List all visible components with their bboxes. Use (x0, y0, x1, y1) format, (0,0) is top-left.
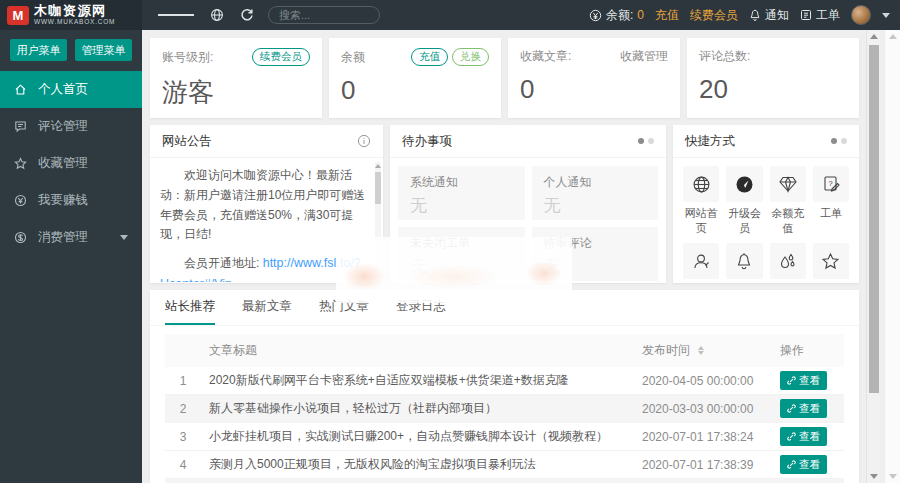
user-avatar[interactable] (851, 5, 871, 25)
view-button[interactable]: 查看 (780, 455, 827, 474)
sidebar-tab-user-menu[interactable]: 用户菜单 (10, 39, 67, 61)
notice-link[interactable]: 通知 (749, 7, 789, 24)
sidebar-item-label: 个人首页 (38, 81, 88, 98)
article-title[interactable]: 2020新版代刷网平台卡密系统+自适应双端模板+供货渠道+数据克隆 (201, 367, 634, 395)
view-button[interactable]: 查看 (780, 371, 827, 390)
user-icon (692, 252, 711, 271)
shortcut-label: 网站首页 (683, 206, 719, 236)
sidebar-item-favorites[interactable]: 收藏管理 (0, 145, 142, 182)
renew-vip-link[interactable]: 续费会员 (690, 7, 738, 24)
announcement-title: 网站公告 (162, 133, 212, 150)
refresh-icon[interactable] (240, 8, 254, 22)
content-scrollbar[interactable] (866, 30, 880, 483)
article-title[interactable]: 亲测月入5000正规项目，无版权风险的淘宝虚拟项目暴利玩法 (201, 451, 634, 479)
sidebar-item-spending[interactable]: 消费管理 (0, 219, 142, 256)
sidebar-item-label: 收藏管理 (38, 155, 88, 172)
article-title[interactable]: 新人零基础操作小说项目，轻松过万（社群内部项目） (201, 395, 634, 423)
renew-vip-badge[interactable]: 续费会员 (252, 48, 310, 66)
carousel-dot-active[interactable] (831, 138, 837, 144)
tab-recommended[interactable]: 站长推荐 (165, 290, 215, 325)
todo-label: 个人通知 (544, 174, 647, 191)
shortcut-recharge[interactable]: 余额充值 (770, 166, 806, 243)
table-row: 4 亲测月入5000正规项目，无版权风险的淘宝虚拟项目暴利玩法 2020-07-… (165, 451, 844, 479)
todo-item-personal-notice[interactable]: 个人通知 无 (532, 166, 659, 220)
todo-item-system-notice[interactable]: 系统通知 无 (398, 166, 525, 220)
globe-icon[interactable] (210, 8, 224, 22)
link-icon (787, 404, 796, 413)
search-input[interactable] (268, 6, 380, 24)
brand-domain: WWW.MUKABOX.COM (34, 19, 115, 26)
brand-logo[interactable]: M 木咖资源网 WWW.MUKABOX.COM (0, 0, 142, 30)
sidebar-item-label: 消费管理 (38, 229, 88, 246)
drops-icon (778, 252, 797, 271)
todo-label: 系统通知 (410, 174, 513, 191)
articles-panel: 站长推荐 最新文章 热门文章 登录日志 文章标题 发布时间 操作 1 (150, 290, 859, 483)
shortcut-upgrade-vip[interactable]: 升级会员 (726, 166, 762, 243)
sidebar: 用户菜单 管理菜单 个人首页 评论管理 收藏管理 我要赚钱 消费管理 (0, 30, 142, 483)
link-icon (787, 376, 796, 385)
sidebar-item-home[interactable]: 个人首页 (0, 71, 142, 108)
exchange-badge[interactable]: 兑换 (452, 48, 489, 66)
header-index (165, 334, 201, 367)
scrollbar-thumb[interactable] (869, 45, 879, 393)
recharge-link[interactable]: 充值 (655, 7, 679, 24)
shortcut-edit-profile[interactable]: 修改资料 (683, 243, 719, 283)
info-icon[interactable] (357, 134, 371, 148)
home-icon (14, 83, 27, 96)
comment-icon (14, 120, 27, 133)
menu-toggle-icon[interactable] (158, 13, 194, 18)
table-row: 1 2020新版代刷网平台卡密系统+自适应双端模板+供货渠道+数据克隆 2020… (165, 367, 844, 395)
balance-value[interactable]: 0 (637, 8, 644, 22)
header-time[interactable]: 发布时间 (634, 334, 772, 367)
announcement-link-label: 会员开通地址: (184, 256, 259, 270)
view-button[interactable]: 查看 (780, 399, 827, 418)
star-icon (821, 252, 840, 271)
sort-icon[interactable] (698, 346, 704, 355)
article-title[interactable]: 剑眉大侠:猫客闲鱼实战班第1期.操作简单0成本单号日赚400+ (201, 479, 634, 483)
brand-logo-icon: M (7, 6, 29, 25)
ticket-question-icon: ? (822, 175, 840, 194)
scroll-up-arrow-icon[interactable] (889, 34, 897, 39)
stat-value: 0 (341, 75, 489, 106)
ticket-label: 工单 (816, 7, 840, 24)
user-menu-caret-icon[interactable] (882, 13, 890, 18)
table-row: 2 新人零基础操作小说项目，轻松过万（社群内部项目） 2020-03-03 00… (165, 395, 844, 423)
scroll-up-arrow-icon[interactable] (375, 164, 381, 168)
header-action: 操作 (772, 334, 844, 367)
shortcut-billing[interactable]: 流水账单 (770, 243, 806, 283)
shortcut-notice[interactable]: 通知 (726, 243, 762, 283)
stat-value: 0 (520, 74, 668, 105)
favorites-manage-link[interactable]: 收藏管理 (620, 48, 668, 65)
scrollbar-thumb[interactable] (375, 172, 381, 204)
link-icon (787, 432, 796, 441)
todo-value: 无 (544, 194, 647, 217)
sidebar-tab-admin-menu[interactable]: 管理菜单 (75, 39, 132, 61)
stat-card-comments: 评论总数: 20 (687, 38, 859, 118)
carousel-dot[interactable] (841, 138, 847, 144)
watermark-overlay (336, 237, 572, 303)
shortcut-site-home[interactable]: 网站首页 (683, 166, 719, 243)
shortcut-ticket[interactable]: ? 工单 (813, 166, 849, 243)
ticket-link[interactable]: 工单 (800, 7, 840, 24)
bell-icon (749, 9, 761, 22)
stat-title: 余额 (341, 49, 365, 66)
page-scrollbar[interactable] (884, 30, 900, 483)
view-button[interactable]: 查看 (780, 427, 827, 446)
sidebar-item-earn[interactable]: 我要赚钱 (0, 182, 142, 219)
scroll-down-arrow-icon[interactable] (889, 474, 897, 479)
sidebar-item-comments[interactable]: 评论管理 (0, 108, 142, 145)
carousel-dot-active[interactable] (638, 138, 644, 144)
expand-caret-icon (120, 235, 128, 240)
diamond-icon (778, 175, 798, 193)
scroll-down-arrow-icon[interactable] (870, 474, 878, 479)
brand-name: 木咖资源网 (34, 4, 115, 17)
scroll-up-arrow-icon[interactable] (870, 34, 878, 39)
carousel-dot[interactable] (648, 138, 654, 144)
shortcut-label: 工单 (813, 206, 849, 221)
tab-latest[interactable]: 最新文章 (242, 290, 292, 325)
table-row: 5 剑眉大侠:猫客闲鱼实战班第1期.操作简单0成本单号日赚400+ 2020-0… (165, 479, 844, 483)
shortcut-favorites[interactable]: 收藏管理 (813, 243, 849, 283)
stat-title: 评论总数: (699, 48, 750, 65)
article-title[interactable]: 小龙虾挂机项目，实战测试日赚200+，自动点赞赚钱脚本设计（视频教程） (201, 423, 634, 451)
recharge-badge[interactable]: 充值 (411, 48, 448, 66)
